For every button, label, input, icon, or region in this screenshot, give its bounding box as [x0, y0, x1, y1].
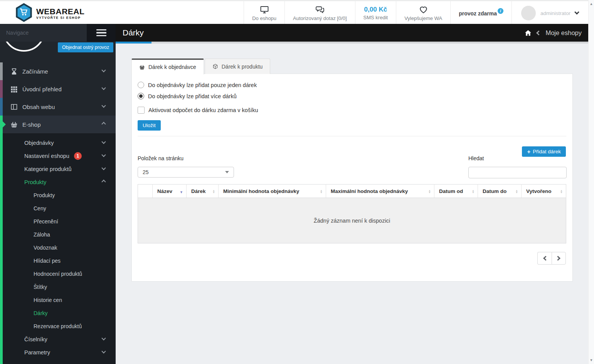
autorizovany-dotaz-button[interactable]: Autorizovaný dotaz [0/0]: [284, 1, 355, 25]
sidebar-search-input[interactable]: [0, 24, 87, 42]
chevron-down-icon: [574, 10, 579, 15]
chevron-down-icon: [101, 153, 106, 157]
sms-kredit[interactable]: 0,00 Kč SMS kredit: [355, 1, 396, 25]
sidebar-item-label: Hodnocení produktů: [34, 271, 82, 277]
add-gift-button[interactable]: + Přidat dárek: [522, 146, 566, 157]
sidebar-item-label: Kategorie produktů: [24, 166, 72, 172]
autorizovany-dotaz-label: Autorizovaný dotaz [0/0]: [293, 15, 347, 21]
sidebar-item-vodoznak[interactable]: Vodoznak: [0, 241, 116, 254]
sidebar-item-preceneni[interactable]: Přecenění: [0, 215, 116, 228]
sidebar-item-stitky[interactable]: Štítky: [0, 280, 116, 294]
column-datum-od[interactable]: Datum od▲▼: [434, 185, 478, 198]
sort-icon[interactable]: ▲▼: [515, 190, 518, 193]
sidebar-item-zaloha[interactable]: Záloha: [0, 228, 116, 241]
do-eshopu-label: Do eshopu: [252, 15, 276, 21]
gifts-panel: Do objednávky lze přidat pouze jeden dár…: [131, 74, 573, 282]
radio-single-gift[interactable]: [138, 82, 144, 88]
checkbox-free-gift-discount[interactable]: [138, 107, 145, 114]
sidebar-item-rezervace-produktu[interactable]: Rezervace produktů: [0, 320, 116, 333]
column-min-hodnota[interactable]: Minimální hodnota objednávky▲▼: [219, 185, 326, 198]
sidebar-item-label: Objednávky: [24, 140, 54, 146]
sidebar-item-produkty[interactable]: Produkty: [0, 189, 116, 202]
pagination: [537, 252, 566, 265]
table-search-input[interactable]: [468, 167, 567, 178]
plus-icon: +: [527, 149, 530, 154]
sidebar-item-produkty-parent[interactable]: Produkty: [0, 176, 116, 189]
sort-icon[interactable]: ▲▼: [472, 190, 475, 193]
order-live-button[interactable]: Objednat ostrý provoz: [58, 42, 113, 52]
sidebar-item-zaciname[interactable]: Začínáme: [0, 62, 116, 80]
info-icon[interactable]: i: [498, 8, 503, 14]
checkbox-row-discount: Aktivovat odpočet do dárku zdarma v koší…: [138, 107, 258, 114]
sidebar-item-objednavky[interactable]: Objednávky: [0, 136, 116, 149]
sort-desc-icon[interactable]: ▼: [180, 191, 183, 194]
sidebar-item-kategorie-produktu[interactable]: Kategorie produktů: [0, 163, 116, 176]
radio-single-gift-label: Do objednávky lze přidat pouze jeden dár…: [148, 82, 257, 88]
radio-multiple-gifts[interactable]: [138, 93, 144, 99]
sort-icon[interactable]: ▲▼: [212, 190, 215, 193]
sidebar-item-ceny[interactable]: Ceny: [0, 202, 116, 215]
vylepsujeme-wa-button[interactable]: Vylepšujeme WA: [396, 1, 450, 25]
sidebar-menu: Začínáme Úvodní přehled Obsah webu: [0, 62, 116, 364]
user-menu[interactable]: administrator: [512, 1, 588, 25]
do-eshopu-button[interactable]: Do eshopu: [244, 1, 284, 25]
sidebar-item-eshop[interactable]: E-shop: [0, 116, 116, 133]
sidebar: Objednat ostrý provoz Začínáme Úvodní př…: [0, 24, 116, 364]
next-page-button[interactable]: [552, 252, 566, 265]
sidebar-item-label: Záloha: [34, 231, 50, 238]
sidebar-item-obsah-webu[interactable]: Obsah webu: [0, 98, 116, 116]
sidebar-item-hlidaci-pes[interactable]: Hlídací pes: [0, 254, 116, 267]
sidebar-item-parametry[interactable]: Parametry: [0, 346, 116, 359]
sidebar-item-historie-cen[interactable]: Historie cen: [0, 294, 116, 307]
empty-row: Žádný záznam není k dispozici: [138, 198, 566, 243]
column-nazev[interactable]: Název▼: [153, 185, 187, 198]
per-page-select[interactable]: 25: [138, 167, 234, 178]
provoz-zdarma[interactable]: provoz zdarma i: [450, 1, 512, 25]
breadcrumb: Moje eshopy: [524, 29, 582, 37]
hamburger-menu-icon[interactable]: [87, 24, 116, 42]
sidebar-item-label: Štítky: [34, 284, 47, 290]
sidebar-item-label: E-shop: [22, 121, 41, 128]
sidebar-item-label: Hlídací pes: [34, 258, 61, 264]
sidebar-item-label: Nastavení eshopu: [24, 153, 69, 159]
sidebar-item-hodnoceni-produktu[interactable]: Hodnocení produktů: [0, 267, 116, 280]
shop-avatar-circle: [3, 42, 45, 52]
breadcrumb-link[interactable]: Moje eshopy: [545, 29, 582, 37]
chevron-down-icon: [101, 166, 106, 170]
column-darek[interactable]: Dárek▲▼: [187, 185, 219, 198]
sidebar-item-label: Obsah webu: [22, 104, 55, 110]
column-vytvoreno[interactable]: Vytvořeno▲▼: [522, 185, 566, 198]
sort-icon[interactable]: ▲▼: [428, 190, 431, 193]
column-label: Název: [157, 188, 172, 194]
webareal-logo[interactable]: WEBAREAL VYTVOŘTE SI ESHOP: [15, 3, 84, 23]
per-page-value: 25: [143, 169, 149, 175]
scroll-down-icon[interactable]: ▼: [589, 358, 594, 362]
hourglass-icon: [10, 68, 18, 75]
prev-page-button[interactable]: [537, 252, 552, 265]
checkbox-free-gift-discount-label: Aktivovat odpočet do dárku zdarma v koší…: [148, 107, 258, 113]
column-datum-do[interactable]: Datum do▲▼: [478, 185, 522, 198]
scroll-up-icon[interactable]: ▲: [589, 2, 594, 6]
tab-darek-k-objednavce[interactable]: Dárek k objednávce: [131, 59, 204, 74]
sidebar-item-nastaveni-eshopu[interactable]: Nastavení eshopu 1: [0, 149, 116, 163]
save-button[interactable]: Uložit: [138, 120, 161, 131]
sidebar-item-darky[interactable]: Dárky: [0, 307, 116, 320]
basket-icon: [10, 121, 18, 128]
page-scrollbar[interactable]: ▲ ▼: [588, 0, 594, 364]
sms-kredit-value: 0,00 Kč: [364, 6, 387, 13]
radio-row-single: Do objednávky lze přidat pouze jeden dár…: [138, 82, 257, 88]
column-max-hodnota[interactable]: Maximální hodnota objednávky▲▼: [326, 185, 434, 198]
sort-icon[interactable]: ▲▼: [560, 190, 563, 193]
home-icon[interactable]: [524, 29, 532, 37]
tab-label: Dárek k objednávce: [148, 64, 196, 70]
sms-kredit-label: SMS kredit: [363, 15, 388, 20]
sidebar-item-ciselniky[interactable]: Číselníky: [0, 333, 116, 346]
add-gift-button-label: Přidat dárek: [533, 149, 561, 154]
per-page-label: Položek na stránku: [138, 155, 183, 161]
sidebar-item-uvodni-prehled[interactable]: Úvodní přehled: [0, 80, 116, 98]
tab-darek-k-produktu[interactable]: Dárek k produktu: [205, 59, 271, 74]
sort-icon[interactable]: ▲▼: [320, 190, 323, 193]
search-label: Hledat: [468, 155, 484, 161]
sidebar-item-label: Dárky: [34, 310, 48, 316]
column-label: Datum od: [439, 188, 463, 194]
